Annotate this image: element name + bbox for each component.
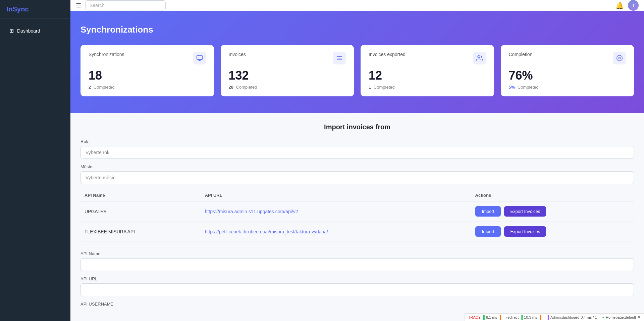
api-username-group: API USERNAME <box>80 302 634 307</box>
svg-rect-0 <box>197 56 202 60</box>
api-table-body: UPGATES https://misura.admin.s11.upgates… <box>80 201 634 242</box>
card-sub-1: 28 Completed <box>229 85 346 90</box>
rok-label: Rok: <box>80 139 634 144</box>
tracy-admin-val: 0.4 ms / 1 <box>581 315 597 319</box>
api-url-label: API URL <box>80 276 634 281</box>
cell-actions: Import Export Invoices <box>471 201 634 222</box>
dashboard-icon: ⊞ <box>9 28 14 34</box>
avatar[interactable]: T <box>628 0 639 11</box>
api-url-group: API URL <box>80 276 634 296</box>
api-table-head: API Name API URL Actions <box>80 189 634 201</box>
tracy-value-1: 10.3 ms <box>524 315 537 319</box>
card-sub-0: 2 Completed <box>89 85 206 90</box>
cell-api-name: FLEXIBEE MISURA API <box>80 222 201 242</box>
hero-title: Synchronizations <box>80 25 634 35</box>
sidebar-nav: ⊞ Dashboard <box>0 19 70 43</box>
tracy-value-0: 8.1 ms <box>486 315 497 319</box>
card-value-3: 76% <box>509 68 626 83</box>
sidebar-item-label: Dashboard <box>17 28 40 34</box>
api-name-label: API Name <box>80 251 634 256</box>
table-row: UPGATES https://misura.admin.s11.upgates… <box>80 201 634 222</box>
card-sub-2: 1 Completed <box>369 85 486 90</box>
card-label-1: Invoices <box>229 52 246 57</box>
hero-section: Synchronizations Synchronizations 18 2 C… <box>70 11 644 113</box>
tracy-green-icon: ● <box>602 315 604 319</box>
api-table: API Name API URL Actions UPGATES https:/… <box>80 189 634 242</box>
card-sub-3: 5% Completed <box>509 85 626 90</box>
api-url-input[interactable] <box>80 283 634 296</box>
bell-icon[interactable]: 🔔 <box>615 1 624 9</box>
export-invoices-button[interactable]: Export Invoices <box>504 226 546 237</box>
cell-api-url: https://petr-cenek.flexibee.eu/c/misura_… <box>201 222 471 242</box>
tracy-item-0: TRACY ▐ 8.1 ms ▐ <box>468 315 501 319</box>
cell-api-name: UPGATES <box>80 201 201 222</box>
tracy-label-1: redirect <box>506 315 519 319</box>
stat-card-invoices: Invoices 132 28 Completed <box>221 45 354 96</box>
card-value-1: 132 <box>229 68 346 83</box>
svg-point-6 <box>478 56 480 58</box>
api-name-group: API Name <box>80 251 634 271</box>
svg-point-8 <box>619 57 621 59</box>
import-button[interactable]: Import <box>475 226 501 237</box>
table-row: FLEXIBEE MISURA API https://petr-cenek.f… <box>80 222 634 242</box>
mesic-select[interactable]: Vyberte měsíc Leden Únor <box>80 171 634 184</box>
tracy-homepage: Homepage:default <box>606 315 636 319</box>
rok-group: Rok: Vyberte rok 2024 2023 2022 <box>80 139 634 159</box>
cell-api-url: https://misura.admin.s11.upgates.com/api… <box>201 201 471 222</box>
section-title: Import invoices from <box>80 123 634 131</box>
api-name-input[interactable] <box>80 258 634 271</box>
import-button[interactable]: Import <box>475 206 501 217</box>
api-username-label: API USERNAME <box>80 302 634 307</box>
sidebar-item-dashboard[interactable]: ⊞ Dashboard <box>3 24 68 37</box>
tracy-right-1: ● Homepage:default ✕ <box>602 315 640 319</box>
tracy-right-0: ▐ Admin:dashboard 0.4 ms / 1 <box>546 315 597 319</box>
search-input[interactable] <box>85 0 166 10</box>
cell-actions: Import Export Invoices <box>471 222 634 242</box>
topbar: ☰ 🔔 T <box>70 0 644 11</box>
tracy-admin: Admin:dashboard <box>550 315 579 319</box>
tracy-label: TRACY <box>468 315 481 319</box>
mesic-label: Měsíc: <box>80 164 634 169</box>
export-invoices-button[interactable]: Export Invoices <box>504 206 546 217</box>
stat-card-invoices-exported: Invoices exported 12 1 Completed <box>361 45 494 96</box>
stat-card-completion: Completion 76% 5% Completed <box>501 45 634 96</box>
tracy-item-1: redirect ▐ 10.3 ms ▐ <box>506 315 541 319</box>
rok-select[interactable]: Vyberte rok 2024 2023 2022 <box>80 146 634 159</box>
sidebar: InSync ⊞ Dashboard <box>0 0 70 321</box>
stats-cards-row: Synchronizations 18 2 Completed Invoices <box>80 45 634 96</box>
app-logo: InSync <box>0 0 70 19</box>
main-content: ☰ 🔔 T Synchronizations Synchronizations … <box>70 0 644 321</box>
card-label-3: Completion <box>509 52 533 57</box>
col-header-api-name: API Name <box>80 189 201 201</box>
stat-card-synchronizations: Synchronizations 18 2 Completed <box>80 45 214 96</box>
col-header-actions: Actions <box>471 189 634 201</box>
card-icon-2 <box>473 52 486 64</box>
card-label-0: Synchronizations <box>89 52 124 57</box>
card-icon-1 <box>333 52 346 64</box>
card-value-0: 18 <box>89 68 206 83</box>
mesic-group: Měsíc: Vyberte měsíc Leden Únor <box>80 164 634 184</box>
menu-icon[interactable]: ☰ <box>76 2 81 9</box>
content-area: Import invoices from Rok: Vyberte rok 20… <box>70 113 644 321</box>
card-value-2: 12 <box>369 68 486 83</box>
tracy-bar: TRACY ▐ 8.1 ms ▐ redirect ▐ 10.3 ms ▐ ▐ … <box>465 313 644 321</box>
svg-point-7 <box>617 55 623 61</box>
card-label-2: Invoices exported <box>369 52 406 57</box>
card-icon-0 <box>193 52 206 64</box>
col-header-api-url: API URL <box>201 189 471 201</box>
card-icon-3 <box>613 52 626 64</box>
